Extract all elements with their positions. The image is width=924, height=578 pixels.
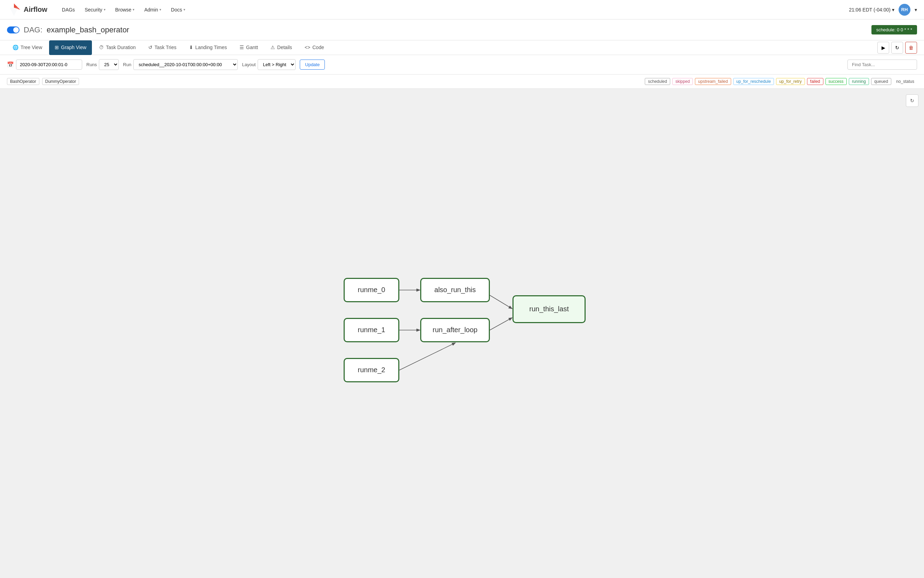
main-content: DAG: example_bash_operator schedule: 0 0… [0, 19, 924, 578]
tab-task-duration[interactable]: ⏱ Task Duration [93, 41, 141, 55]
graph-area: ↻ [0, 89, 924, 578]
node-run-after-loop[interactable]: run_after_loop [420, 318, 490, 342]
status-up-for-reschedule[interactable]: up_for_reschedule [733, 78, 774, 85]
user-avatar[interactable]: RH [898, 4, 910, 16]
status-upstream-failed[interactable]: upstream_failed [695, 78, 731, 85]
status-badges: scheduled skipped upstream_failed up_for… [645, 78, 917, 85]
date-input[interactable] [16, 60, 82, 70]
chevron-down-icon: ▾ [104, 8, 105, 11]
node-runme-1[interactable]: runme_1 [344, 318, 399, 342]
svg-line-9 [490, 318, 512, 330]
dummy-operator-badge[interactable]: DummyOperator [42, 78, 79, 85]
status-up-for-retry[interactable]: up_for_retry [776, 78, 805, 85]
chevron-down-icon: ▾ [914, 7, 917, 13]
nav-dags[interactable]: DAGs [58, 4, 79, 15]
status-scheduled[interactable]: scheduled [645, 78, 670, 85]
tries-icon: ↺ [148, 45, 152, 50]
run-select[interactable]: scheduled__2020-10-01T00:00:00+00:00 [133, 59, 238, 70]
navbar: Airflow DAGs Security ▾ Browse ▾ Admin ▾… [0, 0, 924, 19]
controls-bar: 📅 Runs 25 Run scheduled__2020-10-01T00:0… [0, 55, 924, 75]
graph-icon: ⊞ [55, 45, 59, 50]
status-failed[interactable]: failed [807, 78, 823, 85]
tree-icon: 🌐 [13, 45, 18, 50]
details-icon: ⚠ [271, 45, 275, 50]
node-runme-0[interactable]: runme_0 [344, 278, 399, 302]
duration-icon: ⏱ [99, 45, 104, 50]
dag-graph: runme_0 runme_1 runme_2 also_run_this ru… [323, 260, 601, 407]
dag-title: DAG: example_bash_operator [7, 25, 129, 34]
gantt-icon: ☰ [240, 45, 244, 50]
run-label: Run [123, 62, 131, 67]
nav-admin[interactable]: Admin ▾ [140, 4, 165, 15]
tab-actions: ▶ ↻ 🗑 [877, 42, 917, 54]
chevron-down-icon: ▾ [133, 8, 135, 11]
node-runme-2[interactable]: runme_2 [344, 358, 399, 382]
chevron-down-icon: ▾ [159, 8, 161, 11]
brand[interactable]: Airflow [7, 3, 47, 17]
status-bar: BashOperator DummyOperator scheduled ski… [0, 75, 924, 89]
find-task-input[interactable] [848, 60, 917, 70]
bash-operator-badge[interactable]: BashOperator [7, 78, 39, 85]
tab-landing-times[interactable]: ⬇ Landing Times [183, 41, 233, 55]
status-running[interactable]: running [849, 78, 869, 85]
nav-items: DAGs Security ▾ Browse ▾ Admin ▾ Docs ▾ [58, 4, 849, 15]
dag-header: DAG: example_bash_operator schedule: 0 0… [0, 19, 924, 41]
run-button[interactable]: ▶ [877, 42, 889, 54]
tab-task-tries[interactable]: ↺ Task Tries [143, 41, 182, 55]
graph-refresh-button[interactable]: ↻ [906, 94, 918, 107]
brand-name: Airflow [24, 6, 47, 14]
status-success[interactable]: success [825, 78, 847, 85]
tab-gantt[interactable]: ☰ Gantt [234, 41, 264, 55]
nav-docs[interactable]: Docs ▾ [167, 4, 190, 15]
svg-line-8 [490, 295, 512, 308]
schedule-button[interactable]: schedule: 0 0 * * * [871, 25, 917, 34]
update-button[interactable]: Update [300, 60, 325, 70]
chevron-down-icon: ▾ [183, 8, 185, 11]
tabs-bar: 🌐 Tree View ⊞ Graph View ⏱ Task Duration… [0, 41, 924, 55]
code-icon: <> [305, 45, 310, 50]
airflow-logo [7, 3, 21, 17]
tab-details[interactable]: ⚠ Details [265, 41, 298, 55]
time-display[interactable]: 21:06 EDT (-04:00) ▾ [849, 7, 895, 13]
dag-schedule: schedule: 0 0 * * * [871, 25, 917, 34]
chevron-down-icon: ▾ [892, 7, 895, 13]
tab-graph-view[interactable]: ⊞ Graph View [49, 41, 92, 55]
calendar-icon[interactable]: 📅 [7, 61, 14, 68]
run-control: Run scheduled__2020-10-01T00:00:00+00:00 [123, 59, 238, 70]
layout-control: Layout Left > Right Left Right [242, 59, 296, 70]
status-skipped[interactable]: skipped [672, 78, 693, 85]
runs-label: Runs [86, 62, 97, 67]
tab-tree-view[interactable]: 🌐 Tree View [7, 41, 48, 55]
dag-name: DAG: example_bash_operator [24, 25, 129, 34]
layout-select[interactable]: Left > Right Left Right [258, 59, 296, 70]
svg-marker-4 [10, 8, 18, 16]
landing-icon: ⬇ [189, 45, 193, 50]
node-also-run-this[interactable]: also_run_this [420, 278, 490, 302]
status-queued[interactable]: queued [871, 78, 891, 85]
refresh-button[interactable]: ↻ [891, 42, 903, 54]
tab-code[interactable]: <> Code [299, 41, 330, 55]
delete-button[interactable]: 🗑 [905, 42, 917, 54]
runs-control: Runs 25 [86, 59, 119, 70]
nav-security[interactable]: Security ▾ [80, 4, 110, 15]
navbar-right: 21:06 EDT (-04:00) ▾ RH ▾ [849, 4, 917, 16]
dag-toggle[interactable] [7, 26, 19, 33]
svg-line-7 [399, 343, 455, 370]
layout-label: Layout [242, 62, 256, 67]
nav-browse[interactable]: Browse ▾ [111, 4, 139, 15]
date-control: 📅 [7, 60, 82, 70]
status-no-status[interactable]: no_status [893, 78, 917, 84]
runs-select[interactable]: 25 [99, 59, 119, 70]
node-run-this-last[interactable]: run_this_last [512, 295, 585, 323]
